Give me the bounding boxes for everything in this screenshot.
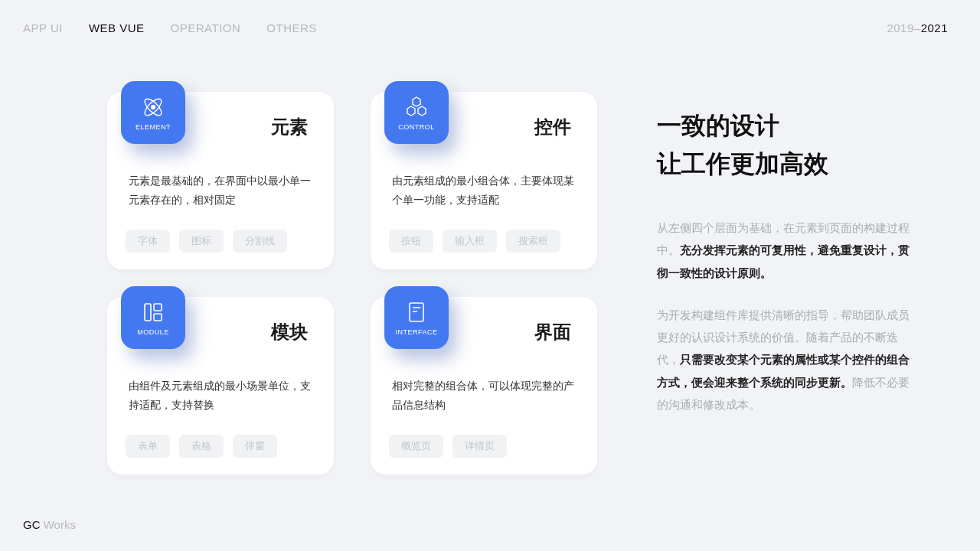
tag-row: 字体 图标 分割线	[126, 230, 287, 253]
tag-search[interactable]: 搜索框	[506, 230, 560, 253]
card-interface: INTERFACE 界面 相对完整的组合体，可以体现完整的产品信息结构 概览页 …	[371, 297, 597, 474]
svg-rect-8	[154, 314, 162, 321]
page-icon	[403, 299, 430, 325]
intro-para-2: 为开发构建组件库提供清晰的指导，帮助团队成员更好的认识设计系统的价值。随着产品的…	[657, 304, 917, 416]
svg-rect-6	[145, 304, 151, 321]
card-title: 模块	[271, 320, 308, 344]
tag-input[interactable]: 输入框	[443, 230, 497, 253]
svg-point-2	[152, 106, 155, 109]
badge-label: MODULE	[137, 328, 169, 336]
badge-label: CONTROL	[398, 123, 435, 131]
card-desc: 元素是最基础的，在界面中以最小单一元素存在的，相对固定	[129, 171, 312, 209]
badge-label: ELEMENT	[136, 123, 171, 131]
tag-row: 概览页 详情页	[389, 435, 507, 458]
intro-p1-b: 充分发挥元素的可复用性，避免重复设计，贯彻一致性的设计原则。	[657, 243, 910, 279]
card-grid: ELEMENT 元素 元素是最基础的，在界面中以最小单一元素存在的，相对固定 字…	[107, 92, 597, 497]
tag-divider[interactable]: 分割线	[233, 230, 287, 253]
badge-interface: INTERFACE	[384, 286, 449, 349]
tag-row: 表单 表格 弹窗	[126, 435, 277, 458]
tag-icon[interactable]: 图标	[179, 230, 224, 253]
intro-heading-l1: 一致的设计	[657, 112, 779, 139]
content-area: ELEMENT 元素 元素是最基础的，在界面中以最小单一元素存在的，相对固定 字…	[107, 92, 934, 497]
layout-icon	[140, 299, 166, 325]
badge-element: ELEMENT	[121, 81, 185, 144]
nav-others[interactable]: OTHERS	[266, 21, 317, 34]
nav-app-ui[interactable]: APP UI	[23, 21, 63, 34]
svg-marker-4	[407, 106, 415, 116]
tag-detail[interactable]: 详情页	[452, 435, 507, 458]
year-current: 2021	[921, 21, 948, 34]
tag-dialog[interactable]: 弹窗	[233, 435, 277, 458]
molecule-icon	[403, 94, 430, 120]
intro-heading-l2: 让工作更加高效	[657, 150, 828, 178]
card-title: 界面	[534, 320, 571, 344]
tag-button[interactable]: 按钮	[389, 230, 433, 253]
intro-heading: 一致的设计 让工作更加高效	[657, 107, 917, 183]
svg-marker-5	[418, 106, 426, 116]
brand-mark: GC Works	[23, 518, 76, 531]
card-element: ELEMENT 元素 元素是最基础的，在界面中以最小单一元素存在的，相对固定 字…	[107, 92, 334, 269]
tag-font[interactable]: 字体	[126, 230, 170, 253]
card-title: 控件	[534, 115, 571, 139]
card-title: 元素	[271, 115, 308, 139]
intro-column: 一致的设计 让工作更加高效 从左侧四个层面为基础，在元素到页面的构建过程中。充分…	[657, 92, 917, 497]
brand-b: Works	[44, 518, 76, 531]
card-control: CONTROL 控件 由元素组成的最小组合体，主要体现某个单一功能，支持适配 按…	[371, 92, 597, 269]
badge-module: MODULE	[121, 286, 185, 349]
card-desc: 由元素组成的最小组合体，主要体现某个单一功能，支持适配	[392, 171, 576, 209]
badge-control: CONTROL	[384, 81, 449, 144]
card-desc: 由组件及元素组成的最小场景单位，支持适配，支持替换	[129, 377, 312, 414]
atom-icon	[140, 94, 166, 120]
brand-a: GC	[23, 518, 44, 531]
tag-table[interactable]: 表格	[179, 435, 224, 458]
tag-overview[interactable]: 概览页	[389, 435, 443, 458]
intro-para-1: 从左侧四个层面为基础，在元素到页面的构建过程中。充分发挥元素的可复用性，避免重复…	[657, 217, 917, 284]
nav-web-vue[interactable]: WEB VUE	[89, 21, 145, 34]
nav-operation[interactable]: OPERATION	[171, 21, 241, 34]
svg-rect-7	[154, 304, 162, 311]
svg-rect-9	[410, 303, 423, 321]
tag-form[interactable]: 表单	[126, 435, 170, 458]
year-range: 2019–2021	[887, 21, 948, 34]
svg-marker-3	[413, 97, 420, 106]
year-prefix: 2019–	[887, 21, 920, 34]
badge-label: INTERFACE	[395, 328, 437, 336]
top-nav: APP UI WEB VUE OPERATION OTHERS	[23, 21, 317, 34]
card-desc: 相对完整的组合体，可以体现完整的产品信息结构	[392, 377, 576, 414]
card-module: MODULE 模块 由组件及元素组成的最小场景单位，支持适配，支持替换 表单 表…	[107, 297, 334, 474]
tag-row: 按钮 输入框 搜索框	[389, 230, 560, 253]
